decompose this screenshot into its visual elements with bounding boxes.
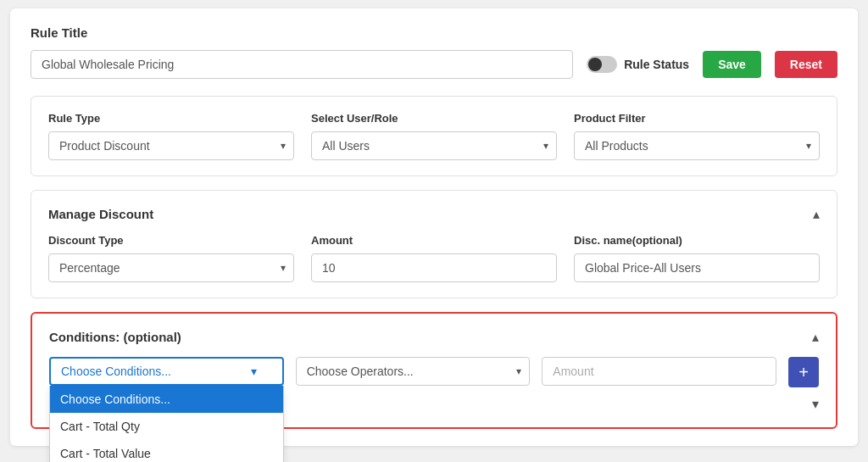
rule-status-label: Rule Status	[624, 58, 689, 71]
rule-title-input[interactable]	[31, 50, 573, 79]
manage-discount-collapse-icon[interactable]: ▴	[813, 206, 820, 222]
rule-type-label: Rule Type	[48, 112, 294, 125]
conditions-expand-icon[interactable]: ▾	[812, 396, 819, 412]
rule-status-toggle[interactable]	[587, 56, 617, 73]
product-filter-wrapper: All Products ▾	[574, 131, 820, 160]
product-filter-select[interactable]: All Products	[574, 131, 820, 160]
choose-operators-select[interactable]: Choose Operators...	[296, 357, 531, 386]
choose-conditions-chevron-icon: ▾	[251, 365, 257, 378]
add-condition-button[interactable]: +	[788, 357, 819, 387]
choose-conditions-trigger[interactable]: Choose Conditions... ▾	[49, 357, 284, 386]
rule-title-label: Rule Title	[31, 25, 837, 40]
save-button[interactable]: Save	[703, 51, 761, 78]
discount-type-label: Discount Type	[48, 234, 294, 247]
choose-conditions-value: Choose Conditions...	[61, 365, 171, 378]
amount-input[interactable]	[311, 253, 557, 282]
reset-button[interactable]: Reset	[775, 51, 837, 78]
discount-type-wrapper: Percentage ▾	[48, 253, 294, 282]
conditions-amount-wrapper	[542, 357, 776, 386]
conditions-title: Conditions: (optional)	[49, 330, 181, 344]
manage-discount-title: Manage Discount	[48, 207, 153, 221]
product-filter-label: Product Filter	[574, 112, 820, 125]
discount-type-select[interactable]: Percentage	[48, 253, 294, 282]
amount-label: Amount	[311, 234, 557, 247]
choose-conditions-list: Choose Conditions... Cart - Total Qty Ca…	[49, 386, 284, 462]
choose-conditions-dropdown[interactable]: Choose Conditions... ▾ Choose Conditions…	[49, 357, 284, 386]
select-user-wrapper: All Users ▾	[311, 131, 557, 160]
rule-type-select[interactable]: Product Discount	[48, 131, 294, 160]
list-item[interactable]: Cart - Total Value	[50, 440, 283, 462]
select-user-label: Select User/Role	[311, 112, 557, 125]
disc-name-input[interactable]	[574, 253, 820, 282]
conditions-collapse-icon[interactable]: ▴	[812, 329, 819, 345]
rule-type-select-wrapper: Product Discount ▾	[48, 131, 294, 160]
select-user-select[interactable]: All Users	[311, 131, 557, 160]
list-item[interactable]: Choose Conditions...	[50, 386, 283, 413]
list-item[interactable]: Cart - Total Qty	[50, 413, 283, 440]
conditions-amount-input[interactable]	[542, 357, 776, 386]
choose-operators-wrapper: Choose Operators... ▾	[296, 357, 531, 386]
disc-name-label: Disc. name(optional)	[574, 234, 820, 247]
